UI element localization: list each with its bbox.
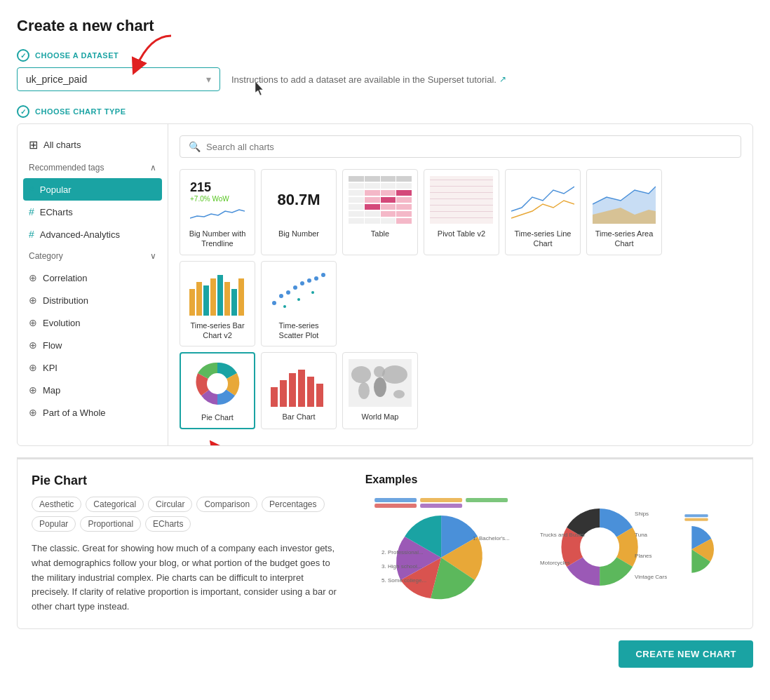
step2-header: ✓ CHOOSE CHART TYPE [17,105,753,118]
svg-rect-40 [420,504,462,508]
sidebar-item-kpi[interactable]: ⊕ KPI [18,356,168,379]
sidebar-item-flow[interactable]: ⊕ Flow [18,334,168,356]
dataset-value: uk_price_paid [26,74,87,85]
tag-percentages[interactable]: Percentages [262,497,324,512]
svg-text:Ships: Ships [635,511,649,517]
sidebar-item-part-of-whole[interactable]: ⊕ Part of a Whole [18,401,168,424]
sidebar-all-charts[interactable]: ⊞ All charts [18,133,168,157]
svg-point-17 [321,273,325,277]
chevron-up-icon: ∧ [150,163,156,173]
chart-card-pie[interactable]: Pie Chart [180,352,255,429]
chart-card-ts-area[interactable]: Time-series Area Chart [586,169,662,255]
chart-row-1: 215 +7.0% WoW Big Number with Trendline [180,169,741,346]
ts-area-svg [593,176,656,224]
step2-check: ✓ [17,105,29,118]
part-whole-icon: ⊕ [29,407,37,418]
svg-text:Motorcycles: Motorcycles [540,560,570,566]
dataset-select[interactable]: uk_price_paid ▾ [17,67,220,91]
tag-popular[interactable]: Popular [32,516,76,532]
chart-card-big-number[interactable]: 80.7M Big Number [261,169,337,255]
chart-grid: 🔍 215 +7.0% WoW [168,124,752,445]
chart-card-ts-scatter[interactable]: Time-series Scatter Plot [261,261,337,347]
distribution-icon: ⊕ [29,295,37,306]
svg-rect-3 [196,282,202,316]
chart-label-table: Table [371,229,389,238]
example1-svg: 2. Professional... 3. High school... 5. … [365,494,517,600]
svg-text:3. High school...: 3. High school... [381,563,421,570]
sidebar-item-advanced[interactable]: # Advanced-Analytics [18,223,168,245]
tag-categorical[interactable]: Categorical [86,497,144,512]
sidebar-item-correlation[interactable]: ⊕ Correlation [18,267,168,289]
chart-sidebar: ⊞ All charts Recommended tags ∧ # Popula… [18,124,168,445]
tag-echarts[interactable]: ECharts [145,516,191,532]
evolution-icon: ⊕ [29,317,37,328]
description-section: Pie Chart Aesthetic Categorical Circular… [17,457,753,629]
svg-rect-4 [203,285,209,316]
hash-icon-echarts: # [29,206,34,217]
sidebar-item-evolution[interactable]: ⊕ Evolution [18,311,168,334]
tags-row: Aesthetic Categorical Circular Compariso… [32,497,343,532]
hash-icon-popular: # [29,184,34,195]
red-arrow-pie [194,433,278,445]
sidebar-item-distribution[interactable]: ⊕ Distribution [18,289,168,311]
chart-label-pivot: Pivot Table v2 [438,229,485,238]
chart-preview-ts-scatter [267,267,330,316]
chart-label-world-map: World Map [362,412,399,422]
chart-label-ts-scatter: Time-series Scatter Plot [267,321,330,341]
svg-rect-9 [238,278,244,316]
tag-circular[interactable]: Circular [148,497,192,512]
chart-card-bar[interactable]: Bar Chart [261,352,337,429]
svg-point-12 [286,290,290,295]
chart-card-ts-line[interactable]: Time-series Line Chart [505,169,581,255]
chart-label-pie: Pie Chart [201,412,234,422]
svg-rect-2 [189,289,195,316]
chevron-down-icon: ∨ [150,251,156,261]
chart-card-table[interactable]: Table [342,169,418,255]
desc-right: Examples [365,473,738,614]
tag-aesthetic[interactable]: Aesthetic [32,497,81,512]
example2-svg: Ships Tuna Planes Trucks and Buses Motor… [524,494,675,600]
sidebar-item-echarts[interactable]: # ECharts [18,201,168,223]
svg-point-46 [580,527,619,567]
chart-label-big-number: Big Number [278,229,319,238]
chart-preview-world-map [349,358,412,408]
tag-proportional[interactable]: Proportional [80,516,141,532]
svg-rect-27 [316,384,323,407]
chart-card-pivot[interactable]: Pivot Table v2 [424,169,499,255]
chart-card-big-number-trendline[interactable]: 215 +7.0% WoW Big Number with Trendline [180,169,255,255]
desc-text: The classic. Great for showing how much … [32,541,343,614]
chart-preview-table [349,175,412,224]
sidebar-item-popular[interactable]: # Popular [23,178,162,201]
chart-card-ts-bar[interactable]: Time-series Bar Chart v2 [180,261,255,347]
chart-search-bar[interactable]: 🔍 [180,135,741,158]
svg-point-32 [374,377,386,397]
desc-title: Pie Chart [32,473,343,488]
create-new-chart-button[interactable]: CREATE NEW CHART [619,640,753,668]
chart-label-ts-area: Time-series Area Chart [593,229,656,249]
page-container: Create a new chart ✓ CHOOSE A DATASET uk… [0,0,770,700]
ts-line-svg [511,176,574,224]
example-img-3 [682,494,738,600]
tag-comparison[interactable]: Comparison [196,497,257,512]
svg-text:Planes: Planes [635,553,651,559]
chart-card-world-map[interactable]: World Map [342,352,418,429]
category-header[interactable]: Category ∨ [18,245,168,267]
chart-row-2: Pie Chart Bar Chart [180,352,741,429]
svg-point-30 [358,382,370,399]
svg-text:2. Professional...: 2. Professional... [381,549,424,556]
svg-point-18 [283,305,286,308]
chart-preview-ts-line [511,175,574,224]
chart-preview-big-number-trendline: 215 +7.0% WoW [186,175,249,224]
bar-svg [267,359,330,407]
chart-type-panel: ⊞ All charts Recommended tags ∧ # Popula… [17,123,753,446]
map-icon: ⊕ [29,384,37,396]
external-link-icon[interactable]: ↗ [499,74,506,84]
svg-rect-24 [289,373,296,407]
example-img-1: 2. Professional... 3. High school... 5. … [365,494,517,600]
chart-search-input[interactable] [206,142,732,152]
step2-label: CHOOSE CHART TYPE [35,107,126,116]
recommended-tags-header[interactable]: Recommended tags ∧ [18,157,168,178]
sidebar-item-map[interactable]: ⊕ Map [18,379,168,401]
example-img-2: Ships Tuna Planes Trucks and Buses Motor… [524,494,675,600]
ts-scatter-svg [267,268,330,316]
